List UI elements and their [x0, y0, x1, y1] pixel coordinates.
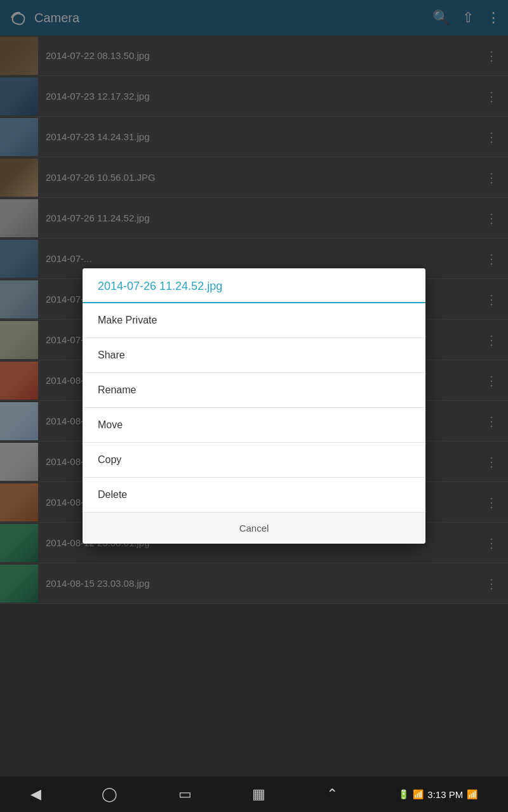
battery-icon: 🔋 — [398, 789, 409, 799]
signal-icon: 📶 — [413, 789, 424, 799]
menu-item-rename[interactable]: Rename — [83, 373, 425, 408]
status-bar: 🔋 📶 3:13 PM 📶 — [398, 789, 478, 800]
up-button[interactable]: ⌃ — [326, 786, 338, 802]
menu-item-share[interactable]: Share — [83, 338, 425, 373]
back-button[interactable]: ◀ — [30, 786, 41, 802]
menu-item-copy[interactable]: Copy — [83, 443, 425, 478]
bottom-navigation: ◀ ◯ ▭ ▦ ⌃ 🔋 📶 3:13 PM 📶 — [0, 776, 508, 812]
context-menu-dialog: 2014-07-26 11.24.52.jpg Make PrivateShar… — [83, 268, 425, 544]
menu-item-move[interactable]: Move — [83, 408, 425, 443]
recents-button[interactable]: ▭ — [178, 786, 192, 802]
dialog-title: 2014-07-26 11.24.52.jpg — [83, 268, 425, 303]
dialog-overlay: 2014-07-26 11.24.52.jpg Make PrivateShar… — [0, 0, 508, 812]
qr-button[interactable]: ▦ — [252, 786, 265, 802]
cancel-button[interactable]: Cancel — [83, 513, 425, 544]
menu-item-make-private[interactable]: Make Private — [83, 303, 425, 338]
home-button[interactable]: ◯ — [102, 786, 117, 802]
wifi-icon: 📶 — [467, 789, 478, 799]
menu-item-delete[interactable]: Delete — [83, 478, 425, 513]
status-time: 3:13 PM — [427, 789, 463, 800]
